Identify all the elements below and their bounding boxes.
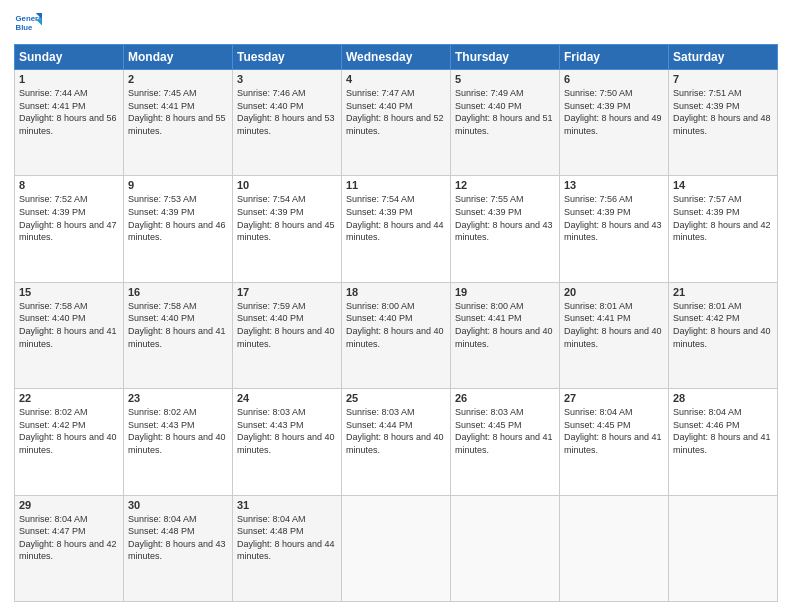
day-cell (560, 495, 669, 601)
day-cell: 26 Sunrise: 8:03 AM Sunset: 4:45 PM Dayl… (451, 389, 560, 495)
day-info: Sunrise: 7:56 AM Sunset: 4:39 PM Dayligh… (564, 193, 664, 243)
day-info: Sunrise: 8:00 AM Sunset: 4:41 PM Dayligh… (455, 300, 555, 350)
day-cell: 23 Sunrise: 8:02 AM Sunset: 4:43 PM Dayl… (124, 389, 233, 495)
day-info: Sunrise: 8:04 AM Sunset: 4:48 PM Dayligh… (128, 513, 228, 563)
day-info: Sunrise: 7:54 AM Sunset: 4:39 PM Dayligh… (346, 193, 446, 243)
day-info: Sunrise: 7:54 AM Sunset: 4:39 PM Dayligh… (237, 193, 337, 243)
day-number: 9 (128, 179, 228, 191)
day-cell: 19 Sunrise: 8:00 AM Sunset: 4:41 PM Dayl… (451, 282, 560, 388)
day-cell: 24 Sunrise: 8:03 AM Sunset: 4:43 PM Dayl… (233, 389, 342, 495)
day-info: Sunrise: 8:03 AM Sunset: 4:43 PM Dayligh… (237, 406, 337, 456)
day-info: Sunrise: 7:50 AM Sunset: 4:39 PM Dayligh… (564, 87, 664, 137)
day-number: 21 (673, 286, 773, 298)
day-info: Sunrise: 7:57 AM Sunset: 4:39 PM Dayligh… (673, 193, 773, 243)
day-number: 16 (128, 286, 228, 298)
day-info: Sunrise: 8:01 AM Sunset: 4:42 PM Dayligh… (673, 300, 773, 350)
day-cell: 17 Sunrise: 7:59 AM Sunset: 4:40 PM Dayl… (233, 282, 342, 388)
day-cell: 8 Sunrise: 7:52 AM Sunset: 4:39 PM Dayli… (15, 176, 124, 282)
day-info: Sunrise: 7:59 AM Sunset: 4:40 PM Dayligh… (237, 300, 337, 350)
day-number: 8 (19, 179, 119, 191)
weekday-header-friday: Friday (560, 45, 669, 70)
day-number: 23 (128, 392, 228, 404)
day-info: Sunrise: 7:44 AM Sunset: 4:41 PM Dayligh… (19, 87, 119, 137)
day-info: Sunrise: 8:04 AM Sunset: 4:47 PM Dayligh… (19, 513, 119, 563)
day-number: 2 (128, 73, 228, 85)
day-cell: 5 Sunrise: 7:49 AM Sunset: 4:40 PM Dayli… (451, 70, 560, 176)
header: General Blue (14, 10, 778, 38)
day-cell: 3 Sunrise: 7:46 AM Sunset: 4:40 PM Dayli… (233, 70, 342, 176)
day-number: 31 (237, 499, 337, 511)
day-number: 10 (237, 179, 337, 191)
day-info: Sunrise: 8:02 AM Sunset: 4:42 PM Dayligh… (19, 406, 119, 456)
day-info: Sunrise: 8:04 AM Sunset: 4:48 PM Dayligh… (237, 513, 337, 563)
day-cell: 29 Sunrise: 8:04 AM Sunset: 4:47 PM Dayl… (15, 495, 124, 601)
week-row-5: 29 Sunrise: 8:04 AM Sunset: 4:47 PM Dayl… (15, 495, 778, 601)
day-cell: 1 Sunrise: 7:44 AM Sunset: 4:41 PM Dayli… (15, 70, 124, 176)
day-number: 29 (19, 499, 119, 511)
day-number: 15 (19, 286, 119, 298)
day-cell: 30 Sunrise: 8:04 AM Sunset: 4:48 PM Dayl… (124, 495, 233, 601)
day-number: 30 (128, 499, 228, 511)
calendar-page: General Blue SundayMondayTuesdayWednesda… (0, 0, 792, 612)
day-cell: 25 Sunrise: 8:03 AM Sunset: 4:44 PM Dayl… (342, 389, 451, 495)
day-cell: 16 Sunrise: 7:58 AM Sunset: 4:40 PM Dayl… (124, 282, 233, 388)
day-cell: 28 Sunrise: 8:04 AM Sunset: 4:46 PM Dayl… (669, 389, 778, 495)
day-number: 7 (673, 73, 773, 85)
day-info: Sunrise: 7:58 AM Sunset: 4:40 PM Dayligh… (19, 300, 119, 350)
day-number: 17 (237, 286, 337, 298)
day-number: 18 (346, 286, 446, 298)
day-cell: 13 Sunrise: 7:56 AM Sunset: 4:39 PM Dayl… (560, 176, 669, 282)
weekday-header-thursday: Thursday (451, 45, 560, 70)
day-cell: 12 Sunrise: 7:55 AM Sunset: 4:39 PM Dayl… (451, 176, 560, 282)
week-row-1: 1 Sunrise: 7:44 AM Sunset: 4:41 PM Dayli… (15, 70, 778, 176)
day-cell: 7 Sunrise: 7:51 AM Sunset: 4:39 PM Dayli… (669, 70, 778, 176)
day-number: 19 (455, 286, 555, 298)
weekday-header-saturday: Saturday (669, 45, 778, 70)
day-cell: 2 Sunrise: 7:45 AM Sunset: 4:41 PM Dayli… (124, 70, 233, 176)
day-info: Sunrise: 8:02 AM Sunset: 4:43 PM Dayligh… (128, 406, 228, 456)
day-number: 22 (19, 392, 119, 404)
day-info: Sunrise: 7:58 AM Sunset: 4:40 PM Dayligh… (128, 300, 228, 350)
day-info: Sunrise: 8:04 AM Sunset: 4:46 PM Dayligh… (673, 406, 773, 456)
day-cell: 21 Sunrise: 8:01 AM Sunset: 4:42 PM Dayl… (669, 282, 778, 388)
weekday-header-wednesday: Wednesday (342, 45, 451, 70)
week-row-2: 8 Sunrise: 7:52 AM Sunset: 4:39 PM Dayli… (15, 176, 778, 282)
day-cell (669, 495, 778, 601)
day-number: 3 (237, 73, 337, 85)
day-number: 4 (346, 73, 446, 85)
day-number: 25 (346, 392, 446, 404)
day-info: Sunrise: 8:01 AM Sunset: 4:41 PM Dayligh… (564, 300, 664, 350)
day-cell: 14 Sunrise: 7:57 AM Sunset: 4:39 PM Dayl… (669, 176, 778, 282)
day-cell: 11 Sunrise: 7:54 AM Sunset: 4:39 PM Dayl… (342, 176, 451, 282)
day-number: 1 (19, 73, 119, 85)
logo: General Blue (14, 10, 46, 38)
day-number: 13 (564, 179, 664, 191)
weekday-header-row: SundayMondayTuesdayWednesdayThursdayFrid… (15, 45, 778, 70)
day-number: 6 (564, 73, 664, 85)
svg-text:Blue: Blue (16, 23, 34, 32)
day-number: 20 (564, 286, 664, 298)
day-info: Sunrise: 8:00 AM Sunset: 4:40 PM Dayligh… (346, 300, 446, 350)
day-cell: 15 Sunrise: 7:58 AM Sunset: 4:40 PM Dayl… (15, 282, 124, 388)
day-number: 26 (455, 392, 555, 404)
day-info: Sunrise: 7:53 AM Sunset: 4:39 PM Dayligh… (128, 193, 228, 243)
day-cell: 9 Sunrise: 7:53 AM Sunset: 4:39 PM Dayli… (124, 176, 233, 282)
day-number: 5 (455, 73, 555, 85)
day-cell: 31 Sunrise: 8:04 AM Sunset: 4:48 PM Dayl… (233, 495, 342, 601)
day-cell (342, 495, 451, 601)
day-cell (451, 495, 560, 601)
week-row-3: 15 Sunrise: 7:58 AM Sunset: 4:40 PM Dayl… (15, 282, 778, 388)
calendar-table: SundayMondayTuesdayWednesdayThursdayFrid… (14, 44, 778, 602)
week-row-4: 22 Sunrise: 8:02 AM Sunset: 4:42 PM Dayl… (15, 389, 778, 495)
day-number: 14 (673, 179, 773, 191)
day-cell: 18 Sunrise: 8:00 AM Sunset: 4:40 PM Dayl… (342, 282, 451, 388)
day-info: Sunrise: 7:47 AM Sunset: 4:40 PM Dayligh… (346, 87, 446, 137)
day-number: 27 (564, 392, 664, 404)
day-info: Sunrise: 8:03 AM Sunset: 4:44 PM Dayligh… (346, 406, 446, 456)
day-cell: 6 Sunrise: 7:50 AM Sunset: 4:39 PM Dayli… (560, 70, 669, 176)
day-number: 11 (346, 179, 446, 191)
weekday-header-sunday: Sunday (15, 45, 124, 70)
day-info: Sunrise: 7:45 AM Sunset: 4:41 PM Dayligh… (128, 87, 228, 137)
day-info: Sunrise: 8:04 AM Sunset: 4:45 PM Dayligh… (564, 406, 664, 456)
day-info: Sunrise: 7:52 AM Sunset: 4:39 PM Dayligh… (19, 193, 119, 243)
